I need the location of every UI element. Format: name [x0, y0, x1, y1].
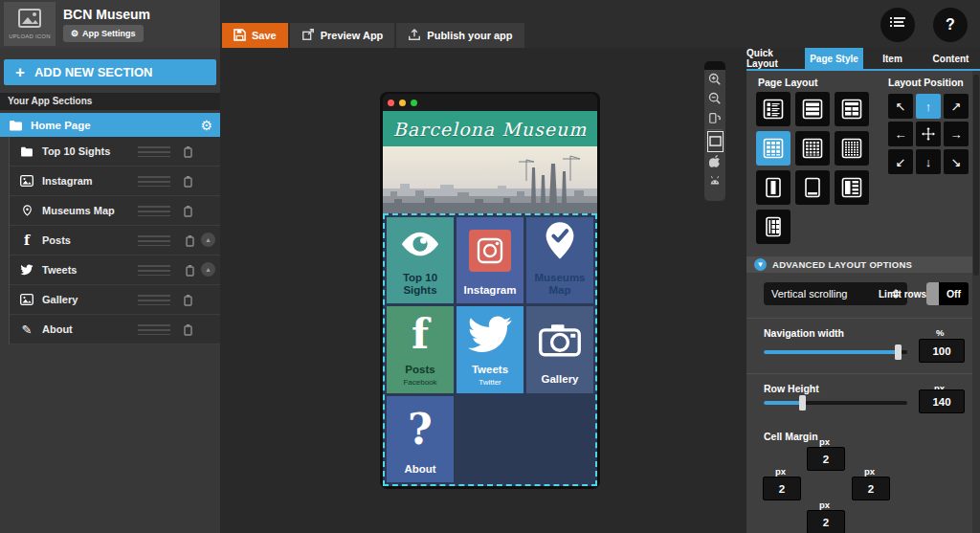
delete-section-icon[interactable] — [183, 174, 193, 191]
collapse-caret-badge[interactable]: ▲ — [201, 233, 215, 247]
arrow-up-right-button[interactable]: ↗ — [944, 94, 969, 119]
tile-museums-map[interactable]: Museums Map — [526, 217, 593, 303]
help-button[interactable]: ? — [933, 8, 968, 42]
arrow-up-button-selected[interactable]: ↑ — [916, 94, 941, 119]
maximize-traffic-dot[interactable] — [411, 100, 417, 106]
arrow-right-button[interactable]: → — [944, 122, 969, 146]
zoom-out-icon[interactable] — [704, 89, 725, 108]
tab-content[interactable]: Content — [922, 48, 980, 69]
sidebar-item-tweets[interactable]: Tweets ▲ — [10, 255, 220, 285]
sidebar-item-top-10-sights[interactable]: Top 10 Sights — [10, 137, 220, 167]
sidebar-item-about[interactable]: ✎ About — [10, 315, 220, 344]
frame-view-icon[interactable] — [704, 132, 725, 151]
layout-option-phone-footer[interactable] — [795, 170, 830, 205]
arrow-down-button[interactable]: ↓ — [916, 149, 941, 174]
zoom-in-icon[interactable] — [704, 70, 725, 89]
sidebar-item-gallery[interactable]: Gallery — [10, 285, 220, 315]
cell-margin-left-input[interactable]: 2 — [763, 477, 801, 500]
cell-margin-top-unit: px — [819, 436, 830, 447]
move-center-button[interactable] — [916, 122, 941, 146]
drag-handle[interactable] — [138, 235, 170, 246]
drag-handle[interactable] — [138, 324, 170, 335]
layout-option-phone-grid[interactable] — [756, 210, 791, 244]
panel-scrollbar[interactable] — [972, 71, 980, 533]
upload-arrow-icon — [408, 28, 421, 43]
slider-handle[interactable] — [895, 344, 902, 360]
arrow-up-left-button[interactable]: ↖ — [888, 94, 913, 119]
app-banner[interactable]: Barcelona Museum — [383, 111, 597, 146]
layout-option-list-rows[interactable] — [756, 92, 791, 126]
phone-preview-frame: Barcelona Museum — [380, 92, 600, 489]
toolbar-grip[interactable] — [704, 61, 725, 70]
limit-rows-toggle[interactable]: Off — [926, 282, 969, 305]
drag-handle[interactable] — [138, 176, 170, 187]
delete-section-icon[interactable] — [185, 233, 195, 251]
delete-section-icon[interactable] — [183, 144, 193, 162]
section-settings-gear-icon[interactable]: ⚙ — [200, 119, 212, 132]
scrollbar-thumb[interactable] — [973, 75, 979, 276]
tile-about[interactable]: ? About — [387, 396, 454, 482]
cell-margin-top-input[interactable]: 2 — [807, 447, 845, 471]
layout-option-grid-5x6[interactable] — [835, 131, 869, 166]
tab-item[interactable]: Item — [863, 48, 922, 69]
tile-gallery[interactable]: Gallery — [526, 306, 593, 392]
slider-handle[interactable] — [799, 395, 806, 411]
delete-section-icon[interactable] — [185, 263, 195, 280]
arrow-down-right-button[interactable]: ↘ — [944, 149, 969, 174]
delete-section-icon[interactable] — [183, 204, 193, 221]
navigation-width-slider[interactable] — [764, 350, 907, 354]
header-photo-barcelona-skyline[interactable] — [383, 146, 597, 213]
menu-list-button[interactable] — [880, 8, 915, 42]
cell-margin-label: Cell Margin — [764, 431, 818, 442]
arrow-left-button[interactable]: ← — [888, 122, 913, 146]
layout-position-label: Layout Position — [888, 77, 964, 88]
collapse-caret-badge[interactable]: ▲ — [201, 262, 215, 277]
home-page-tile-grid[interactable]: Top 10 Sights Instagram Museums Map — [383, 213, 597, 486]
page-layout-label: Page Layout — [758, 77, 817, 88]
cell-margin-right-input[interactable]: 2 — [852, 477, 890, 500]
drag-handle[interactable] — [138, 206, 170, 216]
drag-handle[interactable] — [138, 146, 170, 157]
layout-option-grid-3x4-selected[interactable] — [756, 131, 791, 166]
row-height-slider[interactable] — [764, 401, 907, 405]
sidebar-item-posts[interactable]: f Posts ▲ — [10, 226, 220, 255]
add-new-section-button[interactable]: + ADD NEW SECTION — [4, 59, 216, 85]
tile-tweets[interactable]: Tweets Twitter — [457, 306, 523, 392]
preview-app-button[interactable]: Preview App — [290, 23, 395, 48]
delete-section-icon[interactable] — [183, 293, 193, 310]
layout-option-phone-column[interactable] — [756, 170, 791, 205]
save-button[interactable]: Save — [222, 23, 288, 48]
drag-handle[interactable] — [138, 295, 170, 305]
arrow-down-left-button[interactable]: ↙ — [888, 149, 913, 174]
sidebar-item-instagram[interactable]: Instagram — [10, 167, 220, 196]
layout-option-grid-4x5[interactable] — [795, 131, 830, 166]
tile-top-10-sights[interactable]: Top 10 Sights — [387, 217, 454, 303]
layout-option-bars[interactable] — [795, 92, 830, 126]
delete-section-icon[interactable] — [183, 322, 193, 340]
advanced-layout-options-header[interactable]: ▼ ADVANCED LAYOUT OPTIONS — [746, 256, 972, 273]
apple-icon[interactable] — [704, 151, 725, 170]
layout-option-header-grid[interactable] — [835, 92, 869, 126]
list-menu-icon — [890, 16, 905, 33]
app-settings-button[interactable]: ⚙ App Settings — [63, 25, 144, 42]
row-height-value[interactable]: 140 — [919, 389, 965, 413]
cell-margin-bottom-input[interactable]: 2 — [807, 510, 845, 533]
android-icon[interactable] — [704, 170, 725, 189]
tab-page-style[interactable]: Page Style — [805, 48, 863, 69]
tile-posts[interactable]: f Posts Facebook — [387, 306, 454, 392]
sidebar-item-home-page[interactable]: Home Page ⚙ — [0, 113, 220, 137]
divider — [746, 318, 972, 319]
sidebar-item-museums-map[interactable]: Museums Map — [10, 196, 220, 226]
publish-app-button[interactable]: Publish your app — [396, 23, 523, 48]
tile-instagram[interactable]: Instagram — [457, 217, 523, 303]
layout-position-pad: ↖ ↑ ↗ ← → ↙ ↓ ↘ — [888, 94, 969, 174]
rotate-device-icon[interactable] — [704, 108, 725, 127]
minimize-traffic-dot[interactable] — [399, 100, 406, 106]
panel-tabs: Quick Layout Page Style Item Content — [746, 48, 980, 69]
drag-handle[interactable] — [138, 265, 170, 276]
layout-option-split-list[interactable] — [835, 170, 869, 205]
close-traffic-dot[interactable] — [388, 100, 394, 106]
upload-icon-dropzone[interactable]: UPLOAD ICON — [4, 2, 56, 46]
navigation-width-value[interactable]: 100 — [919, 339, 965, 363]
tab-quick-layout[interactable]: Quick Layout — [746, 48, 805, 69]
